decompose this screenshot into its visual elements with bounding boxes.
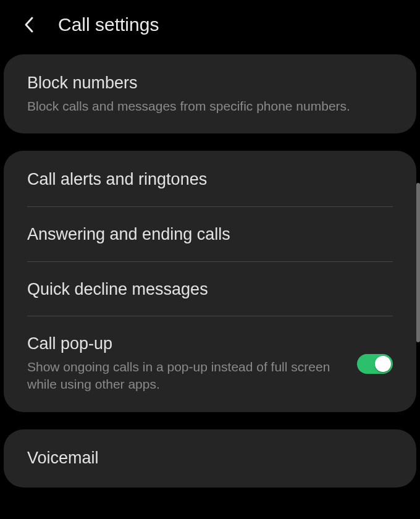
row-title: Call alerts and ringtones [27, 169, 393, 190]
back-button[interactable] [19, 14, 41, 36]
row-title: Block numbers [27, 73, 393, 94]
chevron-left-icon [23, 16, 36, 33]
call-popup-toggle[interactable] [357, 354, 393, 374]
scrollbar[interactable] [416, 183, 420, 342]
page-title: Call settings [58, 14, 159, 35]
row-title: Answering and ending calls [27, 224, 393, 245]
row-subtitle: Show ongoing calls in a pop-up instead o… [27, 358, 338, 394]
row-answering-ending[interactable]: Answering and ending calls [4, 207, 416, 261]
row-voicemail[interactable]: Voicemail [4, 429, 416, 487]
group-voicemail: Voicemail [4, 429, 416, 487]
row-texts: Call pop-up Show ongoing calls in a pop-… [27, 334, 345, 393]
screen: Call settings Block numbers Block calls … [0, 0, 420, 519]
row-title: Voicemail [27, 448, 393, 469]
group-call-options: Call alerts and ringtones Answering and … [4, 151, 416, 412]
group-block-numbers: Block numbers Block calls and messages f… [4, 54, 416, 133]
switch-knob [375, 356, 391, 372]
row-title: Call pop-up [27, 334, 338, 355]
header: Call settings [0, 0, 420, 54]
row-call-popup[interactable]: Call pop-up Show ongoing calls in a pop-… [4, 316, 416, 411]
annotation-arrow [0, 505, 420, 519]
row-subtitle: Block calls and messages from specific p… [27, 98, 393, 115]
row-call-alerts[interactable]: Call alerts and ringtones [4, 151, 416, 206]
row-quick-decline[interactable]: Quick decline messages [4, 262, 416, 316]
row-block-numbers[interactable]: Block numbers Block calls and messages f… [4, 54, 416, 133]
row-title: Quick decline messages [27, 279, 393, 300]
